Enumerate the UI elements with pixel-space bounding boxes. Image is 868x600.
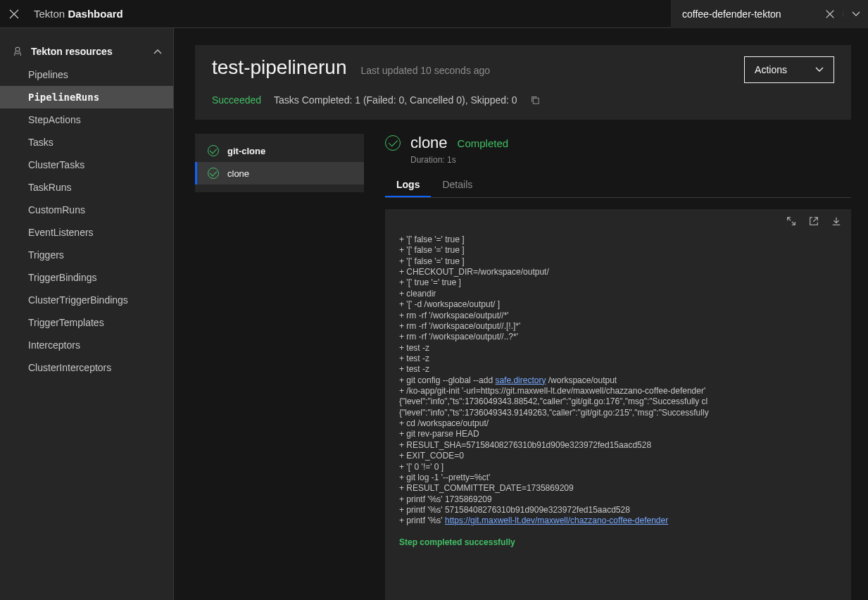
step-name: clone [410,134,448,152]
download-icon[interactable] [831,216,841,226]
task-label: clone [227,168,249,179]
task-item-clone[interactable]: clone [195,162,364,185]
tasks-completed: Tasks Completed: 1 (Failed: 0, Cancelled… [274,94,517,106]
sidebar-item-eventlisteners[interactable]: EventListeners [0,221,173,244]
actions-label: Actions [755,64,787,75]
copy-icon[interactable] [530,95,540,105]
status-success-icon [208,145,219,156]
sidebar-item-triggerbindings[interactable]: TriggerBindings [0,266,173,289]
log-link[interactable]: safe.directory [495,375,546,385]
sidebar-section-title: Tekton resources [31,46,113,57]
log-pane: clone Completed Duration: 1s LogsDetails [364,134,851,600]
close-icon[interactable] [0,0,28,28]
run-header-card: test-pipelinerun Last updated 10 seconds… [195,45,851,120]
open-external-icon[interactable] [809,216,819,226]
log-body[interactable]: + '[' false '=' true ]+ '[' false '=' tr… [385,226,851,556]
sidebar-item-clusterinterceptors[interactable]: ClusterInterceptors [0,356,173,379]
tab-logs[interactable]: Logs [385,173,431,197]
svg-point-0 [15,47,20,51]
sidebar-section-header[interactable]: Tekton resources [0,39,173,63]
step-duration: Duration: 1s [410,155,851,165]
status-success-icon [208,168,219,179]
main-content: test-pipelinerun Last updated 10 seconds… [174,28,868,600]
status-success-icon [385,135,401,151]
task-label: git-clone [227,146,265,156]
chevron-down-icon[interactable] [843,11,868,17]
svg-rect-1 [533,98,539,104]
expand-icon[interactable] [786,216,796,226]
clear-project-icon[interactable] [817,9,843,19]
sidebar-item-tasks[interactable]: Tasks [0,131,173,154]
sidebar-item-clustertasks[interactable]: ClusterTasks [0,154,173,176]
log-toolbar [385,209,851,226]
project-picker[interactable]: coffee-defender-tekton [671,0,868,28]
top-bar: Tekton Dashboard coffee-defender-tekton [0,0,868,28]
chevron-down-icon [815,67,824,73]
step-status: Completed [458,137,509,149]
log-tabs: LogsDetails [385,173,851,198]
sidebar: Tekton resources PipelinesPipelineRunsSt… [0,28,174,600]
sidebar-item-stepactions[interactable]: StepActions [0,108,173,131]
run-status: Succeeded [212,94,261,106]
run-title: test-pipelinerun [212,56,346,79]
actions-button[interactable]: Actions [744,56,834,83]
log-completion-message: Step completed successfully [399,537,837,548]
task-item-git-clone[interactable]: git-clone [195,139,364,162]
app-title: Tekton Dashboard [28,8,123,20]
project-name: coffee-defender-tekton [682,8,817,20]
sidebar-item-clustertriggerbindings[interactable]: ClusterTriggerBindings [0,289,173,311]
chevron-up-icon[interactable] [153,49,162,54]
last-updated: Last updated 10 seconds ago [360,65,490,76]
sidebar-nav: PipelinesPipelineRunsStepActionsTasksClu… [0,63,173,379]
tab-details[interactable]: Details [431,173,484,197]
step-header: clone Completed [385,134,851,152]
sidebar-item-pipelines[interactable]: Pipelines [0,63,173,86]
log-box: + '[' false '=' true ]+ '[' false '=' tr… [385,209,851,600]
sidebar-item-taskruns[interactable]: TaskRuns [0,176,173,199]
log-link[interactable]: https://git.maxwell-lt.dev/maxwell/chazz… [445,515,668,525]
sidebar-item-pipelineruns[interactable]: PipelineRuns [0,86,173,108]
tekton-logo-icon [11,45,24,58]
sidebar-item-customruns[interactable]: CustomRuns [0,199,173,221]
sidebar-item-triggers[interactable]: Triggers [0,244,173,266]
task-list: git-cloneclone [195,134,364,192]
sidebar-item-interceptors[interactable]: Interceptors [0,334,173,356]
sidebar-item-triggertemplates[interactable]: TriggerTemplates [0,311,173,334]
